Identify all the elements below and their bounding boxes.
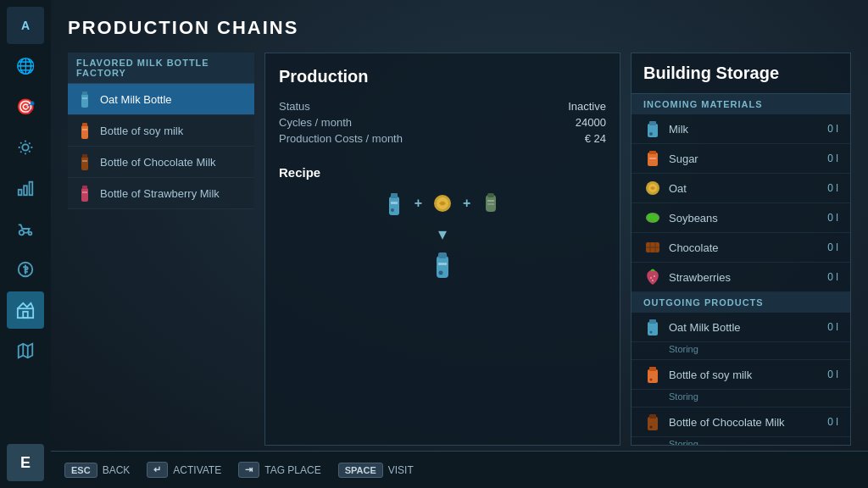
svg-point-44 xyxy=(648,214,653,220)
stat-costs: Production Costs / month € 24 xyxy=(279,132,606,145)
svg-point-5 xyxy=(29,232,32,236)
sidebar-top-button[interactable]: A xyxy=(7,7,44,44)
tab-key: ⇥ xyxy=(238,462,259,478)
out-oat-sub: Storing xyxy=(632,342,850,360)
chain-item-strawberry[interactable]: Bottle of Strawberry Milk xyxy=(68,178,254,209)
back-label: BACK xyxy=(103,464,131,476)
svg-point-52 xyxy=(652,280,654,281)
chain-item-strawberry-label: Bottle of Strawberry Milk xyxy=(100,187,220,200)
activate-label: ACTIVATE xyxy=(173,464,221,476)
svg-rect-59 xyxy=(648,417,658,430)
out-soy-amount: 0 l xyxy=(827,369,838,380)
svg-rect-10 xyxy=(82,92,87,95)
sugar-amount: 0 l xyxy=(827,152,838,164)
svg-rect-16 xyxy=(82,154,87,158)
svg-rect-28 xyxy=(487,193,494,197)
space-key: SPACE xyxy=(338,463,383,478)
svg-rect-54 xyxy=(649,319,656,324)
panels-row: FLAVORED MILK BOTTLE FACTORY Oat Milk Bo… xyxy=(68,53,851,446)
building-storage-panel: Building Storage INCOMING MATERIALS Milk… xyxy=(631,53,851,446)
sidebar-item-chart[interactable] xyxy=(7,169,44,207)
sidebar-item-weather[interactable] xyxy=(7,129,44,166)
status-label: Status xyxy=(279,100,310,113)
cycles-label: Cycles / month xyxy=(279,116,352,129)
svg-rect-12 xyxy=(81,125,88,139)
incoming-sugar: Sugar 0 l xyxy=(632,144,850,174)
tag-place-button[interactable]: ⇥ TAG PLACE xyxy=(238,462,320,478)
recipe-bottle-icon xyxy=(477,190,504,217)
outgoing-chocolate: Bottle of Chocolate Milk 0 l xyxy=(632,408,850,437)
svg-rect-40 xyxy=(649,158,656,159)
soybeans-icon xyxy=(643,208,662,227)
chain-item-oat[interactable]: Oat Milk Bottle xyxy=(68,84,254,115)
out-oat-name: Oat Milk Bottle xyxy=(669,321,821,334)
oat-icon xyxy=(643,179,662,197)
outgoing-soy: Bottle of soy milk 0 l xyxy=(632,360,850,390)
incoming-soybeans: Soybeans 0 l xyxy=(632,203,850,233)
recipe-oat-icon xyxy=(429,190,456,217)
out-oat-amount: 0 l xyxy=(827,321,838,333)
cycles-value: 24000 xyxy=(576,116,606,129)
chains-header: FLAVORED MILK BOTTLE FACTORY xyxy=(68,53,254,84)
oat-bottle-icon xyxy=(76,91,93,108)
sidebar-item-factory[interactable] xyxy=(7,291,44,329)
svg-rect-19 xyxy=(82,186,87,189)
stat-status: Status Inactive xyxy=(279,100,606,113)
costs-value: € 24 xyxy=(585,132,606,145)
sidebar-item-dollar[interactable] xyxy=(7,251,44,288)
svg-rect-39 xyxy=(649,151,656,154)
sidebar-item-map[interactable] xyxy=(7,332,44,369)
sidebar-item-tractor[interactable] xyxy=(7,210,44,247)
activate-button[interactable]: ↵ ACTIVATE xyxy=(147,462,221,478)
svg-rect-36 xyxy=(649,121,656,125)
sidebar-item-globe[interactable]: 🌐 xyxy=(7,47,44,85)
recipe-section: Recipe + xyxy=(279,165,606,278)
page-title: PRODUCTION CHAINS xyxy=(68,17,851,39)
svg-point-4 xyxy=(19,230,25,236)
svg-point-51 xyxy=(654,275,655,277)
strawberries-name: Strawberries xyxy=(669,271,821,284)
svg-rect-1 xyxy=(19,190,22,195)
out-soy-name: Bottle of soy milk xyxy=(669,369,821,381)
sidebar-item-steering[interactable]: 🎯 xyxy=(7,88,44,125)
svg-point-50 xyxy=(650,277,652,279)
strawberry-bottle-icon xyxy=(76,185,93,202)
svg-point-45 xyxy=(653,215,658,222)
strawberries-amount: 0 l xyxy=(827,271,838,283)
recipe-milk-icon xyxy=(381,190,408,217)
back-button[interactable]: ESC BACK xyxy=(64,463,130,478)
tag-place-label: TAG PLACE xyxy=(264,464,320,476)
chain-item-chocolate[interactable]: Bottle of Chocolate Milk xyxy=(68,147,254,178)
svg-point-55 xyxy=(650,331,653,334)
chain-item-soy[interactable]: Bottle of soy milk xyxy=(68,115,254,147)
chain-item-soy-label: Bottle of soy milk xyxy=(100,125,183,137)
svg-point-61 xyxy=(650,426,653,429)
svg-rect-33 xyxy=(438,263,447,265)
out-chocolate-amount: 0 l xyxy=(827,416,838,428)
out-oat-icon xyxy=(643,318,662,336)
recipe-label: Recipe xyxy=(279,165,606,180)
recipe-output-icon xyxy=(429,251,456,278)
recipe-inputs: + + xyxy=(381,190,505,217)
production-panel: Production Status Inactive Cycles / mont… xyxy=(264,53,620,446)
recipe-arrow: ▾ xyxy=(438,224,447,244)
chocolate-icon xyxy=(643,238,662,257)
svg-rect-11 xyxy=(82,97,87,99)
visit-button[interactable]: SPACE VISIT xyxy=(338,463,414,478)
chains-panel: FLAVORED MILK BOTTLE FACTORY Oat Milk Bo… xyxy=(68,53,254,446)
out-chocolate-name: Bottle of Chocolate Milk xyxy=(669,416,821,429)
svg-rect-31 xyxy=(437,256,448,278)
svg-rect-18 xyxy=(81,188,88,202)
status-value: Inactive xyxy=(568,100,606,113)
oat-name: Oat xyxy=(669,182,821,195)
svg-rect-2 xyxy=(24,186,27,195)
out-soy-sub: Storing xyxy=(632,390,850,408)
outgoing-oat: Oat Milk Bottle 0 l xyxy=(632,313,850,342)
enter-key: ↵ xyxy=(147,462,168,478)
incoming-milk: Milk 0 l xyxy=(632,114,850,144)
sidebar-item-e[interactable]: E xyxy=(7,444,44,481)
production-title: Production xyxy=(279,67,606,86)
soybeans-amount: 0 l xyxy=(827,212,838,224)
sugar-icon xyxy=(643,149,662,168)
incoming-materials-header: INCOMING MATERIALS xyxy=(632,94,850,114)
